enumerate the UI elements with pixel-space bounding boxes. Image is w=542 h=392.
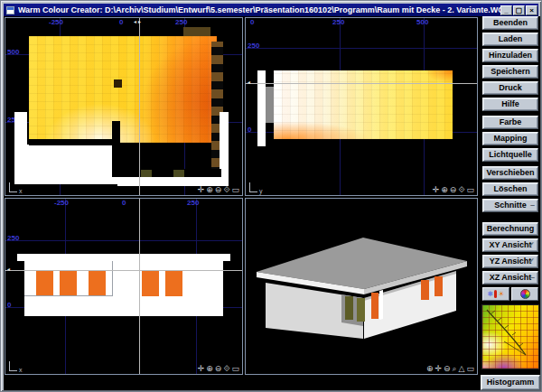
close-button[interactable]: × (526, 5, 537, 15)
zoom-in-icon[interactable]: ⊕ (426, 364, 434, 373)
crosshair-handle-icon[interactable]: ◄ (6, 267, 11, 272)
zoom-out-icon[interactable]: ⊖ (215, 185, 222, 194)
sidebar-button-mapping[interactable]: Mapping (482, 132, 538, 145)
cie-chromaticity-diagram[interactable] (481, 304, 539, 369)
sidebar-button-berechnung[interactable]: Berechnung (482, 222, 538, 236)
button-label: XY Ansicht (489, 240, 531, 249)
maximize-button[interactable]: ▢ (513, 5, 525, 15)
fit-view-icon[interactable]: ▭ (466, 364, 474, 373)
sidebar-button-hinzuladen[interactable]: Hinzuladen (482, 49, 538, 62)
fit-view-icon[interactable]: ▭ (231, 185, 239, 194)
colour-wheel-icon (520, 289, 530, 299)
viewport-xz-elevation[interactable]: -250 0 250 250 0 ◄ x ✛ ⊕ ⊖ ⟐ (5, 198, 243, 375)
locus-ticks (491, 311, 523, 346)
sidebar-button-beenden[interactable]: Beenden (482, 16, 538, 30)
x-tick: 250 (332, 19, 344, 26)
button-label: XZ Ansicht (490, 273, 532, 282)
crosshair-horizontal[interactable] (5, 270, 242, 271)
window-controls: _ ▢ × (500, 5, 537, 15)
sidebar-button-schnitte[interactable]: Schnitte – (482, 199, 538, 212)
zoom-in-icon[interactable]: ⊕ (441, 185, 448, 194)
column-spot (114, 79, 122, 88)
button-state-mark: – (530, 272, 535, 284)
axis-indicator: x (9, 182, 17, 192)
planckian-locus (487, 310, 526, 355)
wall-window (141, 170, 152, 177)
minimize-button[interactable]: _ (500, 5, 512, 15)
grid-line (246, 48, 477, 49)
crosshair-vertical[interactable] (139, 18, 140, 195)
client-area: -250 0 250 500 250 ◄► x ✛ (4, 16, 540, 390)
wall-window (173, 170, 184, 177)
y-tick: 250 (248, 42, 259, 50)
axis-label: x (19, 188, 23, 194)
sidebar-button-speichern[interactable]: Speichern (482, 65, 538, 79)
fit-view-icon[interactable]: ▭ (466, 185, 474, 194)
crosshair-handle-icon[interactable]: ◄ (247, 80, 251, 85)
viewport-toolbar: ✛ ⊕ ⊖ ⟐ ▭ (433, 185, 474, 194)
roof-slab (17, 254, 230, 261)
thermometer-icon (494, 290, 497, 298)
sidebar-button-druck[interactable]: Druck (482, 81, 538, 95)
y-tick: 0 (7, 302, 11, 309)
viewport-xy-plan[interactable]: -250 0 250 500 250 ◄► x ✛ (5, 17, 243, 196)
viewport-toolbar: ⊕ ✛ ⊖ ⌕ △ ▭ (426, 364, 474, 373)
sun-icon: ☀ (498, 291, 504, 298)
pan-icon[interactable]: ✛ (435, 364, 442, 373)
sidebar-button-xz-ansicht[interactable]: XZ Ansicht – (482, 271, 538, 285)
app-icon (6, 6, 14, 14)
section-line (24, 295, 113, 296)
zoom-out-icon[interactable]: ⊖ (450, 185, 457, 194)
zoom-window-icon[interactable]: ⟐ (223, 185, 229, 194)
zoom-window-icon[interactable]: ⟐ (223, 364, 229, 373)
rotate-icon[interactable]: △ (459, 364, 465, 373)
heatmap-section (274, 70, 453, 139)
porch-window-orange (371, 293, 378, 319)
sidebar-button-hilfe[interactable]: Hilfe (482, 98, 538, 111)
front-window-orange (421, 280, 429, 300)
grid-line (5, 240, 242, 241)
snowflake-icon: ❄ (488, 291, 494, 298)
sidebar-button-histogramm[interactable]: Histogramm (481, 375, 540, 390)
wall-section (257, 70, 266, 146)
porch-window-olive (345, 296, 353, 320)
zoom-out-icon[interactable]: ⊖ (215, 364, 222, 373)
sidebar-button-lichtquelle[interactable]: Lichtquelle (482, 148, 538, 162)
sidebar-button-loeschen[interactable]: Löschen (482, 182, 538, 196)
crosshair-vertical[interactable] (139, 199, 140, 374)
x-tick: 0 (119, 19, 123, 26)
sidebar-button-laden[interactable]: Laden (482, 33, 538, 46)
fit-view-icon[interactable]: ▭ (231, 364, 239, 373)
sidebar-button-farbe[interactable]: Farbe (482, 116, 538, 129)
zoom-in-icon[interactable]: ⊕ (206, 185, 213, 194)
viewport-toolbar: ✛ ⊕ ⊖ ⟐ ▭ (198, 185, 239, 194)
wall-pillar (379, 290, 383, 320)
pan-icon[interactable]: ✛ (198, 364, 205, 373)
y-tick: 250 (7, 235, 19, 242)
wall (120, 169, 221, 177)
wall (29, 139, 119, 145)
zoom-out-icon[interactable]: ⊖ (444, 364, 451, 373)
pan-icon[interactable]: ✛ (198, 185, 205, 194)
window-opening (89, 271, 106, 296)
pan-icon[interactable]: ✛ (433, 185, 440, 194)
zoom-window-icon[interactable]: ⌕ (453, 364, 457, 373)
temperature-mode-button[interactable]: ❄ ☀ (482, 287, 509, 301)
sidebar-button-verschieben[interactable]: Verschieben (482, 166, 538, 180)
y-tick: 0 (248, 126, 251, 134)
title-bar[interactable]: Warm Colour Creator: D:\Archiv\Studium\E… (4, 4, 538, 16)
viewport-yz-section[interactable]: 0 250 500 250 0 ◄ y ✛ ⊕ ⊖ ⟐ ▭ (245, 17, 478, 196)
section-line (112, 261, 113, 296)
app-window: Warm Colour Creator: D:\Archiv\Studium\E… (0, 0, 542, 392)
colour-wheel-button[interactable] (511, 287, 538, 301)
crosshair-horizontal[interactable] (246, 83, 477, 84)
sidebar-button-xy-ansicht[interactable]: XY Ansicht ✓ (482, 238, 538, 252)
axis-label: y (259, 188, 263, 194)
zoom-window-icon[interactable]: ⟐ (458, 185, 464, 194)
crosshair-handle-icon[interactable]: ◄► (133, 20, 142, 24)
sidebar-button-yz-ansicht[interactable]: YZ Ansicht ✓ (482, 255, 538, 268)
x-tick: 500 (416, 19, 428, 26)
viewport-3d[interactable]: ⊕ ✛ ⊖ ⌕ △ ▭ (245, 198, 478, 375)
zoom-in-icon[interactable]: ⊕ (206, 364, 213, 373)
porch-window-olive (357, 298, 365, 322)
